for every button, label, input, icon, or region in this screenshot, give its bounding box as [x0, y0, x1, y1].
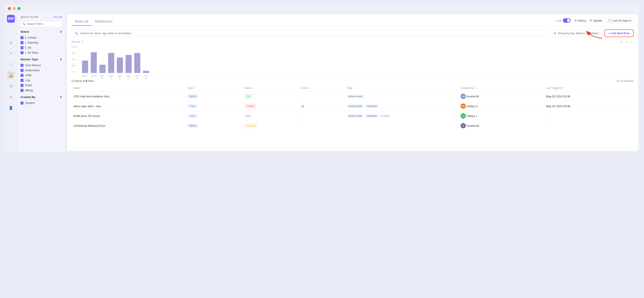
system-checkbox[interactable]: [20, 102, 24, 105]
last30-button[interactable]: 🕐 Last 30 Days ▾: [606, 18, 634, 23]
nav-list[interactable]: ≡: [7, 50, 14, 57]
y-label-75: 75%: [71, 52, 80, 55]
filter-rum[interactable]: RUM: [20, 83, 62, 88]
critical-checkbox[interactable]: [20, 36, 24, 39]
nav-users[interactable]: 👤: [7, 104, 14, 112]
title-bar: [4, 4, 640, 13]
filter-search-icon: 🔍: [22, 23, 26, 26]
nav-home[interactable]: ⌂: [7, 28, 14, 35]
table-row[interactable]: demo apm alert - new Trace Critical 11 s…: [71, 101, 634, 111]
row2-tags: service-main hostmain: [347, 104, 460, 108]
row3-status: NA: [244, 114, 301, 118]
nodata-checkbox[interactable]: [20, 51, 24, 54]
y-label-50: 50%: [71, 58, 80, 61]
status-section-title[interactable]: Status ∨: [20, 30, 62, 33]
update-button[interactable]: ⟳ Update: [590, 19, 602, 22]
billing-checkbox[interactable]: [20, 89, 24, 92]
nav-file[interactable]: ◻: [7, 61, 14, 68]
filter-system[interactable]: System: [20, 100, 62, 105]
monitor-type-section-title[interactable]: Monitor Type ∨: [20, 58, 62, 61]
clear-all-button[interactable]: Clear All: [53, 16, 62, 18]
minimize-button[interactable]: [12, 7, 16, 10]
bar-4: [108, 53, 114, 73]
history-button[interactable]: ↺ History: [574, 19, 586, 22]
table-row[interactable]: CPU load test mwdemo host Metric OK - se…: [71, 92, 634, 101]
bar-6: [126, 55, 132, 73]
warning-dot: [25, 41, 26, 44]
sidebar-icons: MW ⌂ ◎ ≡ ◻ 🔔 ⊞ ⚙ 👤: [4, 13, 18, 152]
rules-label: RULES ⓘ ⤢ ≡ ⋯: [71, 40, 634, 44]
filter-log[interactable]: Log: [20, 78, 62, 83]
live-toggle[interactable]: Live: [556, 18, 571, 23]
total-count: 6: [86, 79, 87, 83]
warning-checkbox[interactable]: [20, 41, 24, 44]
filter-host-metrics[interactable]: Host Metrics: [20, 63, 62, 68]
row1-status: OK: [244, 94, 301, 99]
y-label-0: 0%: [71, 71, 80, 73]
filter-ok[interactable]: Ok: [20, 45, 62, 50]
kubernetes-checkbox[interactable]: [20, 69, 24, 72]
table-row[interactable]: RUM Docs FE Errors Trace NA - service-ma…: [71, 111, 634, 121]
customise-button[interactable]: ⚙ Customise: [616, 79, 634, 83]
group-by-button[interactable]: ⊟ Group by tag, label or annotation: [550, 30, 602, 37]
x-label-5: JAN 28: [116, 75, 123, 80]
nav-bot[interactable]: ⚙: [7, 93, 14, 101]
apm-checkbox[interactable]: [20, 74, 24, 77]
row2-type-badge: Trace: [187, 104, 198, 108]
summary-row: 3 critical of 6 total ⚙ Customise: [71, 79, 634, 83]
table-header: Name Type ⇅ Status ⇅ Count ⇅: [71, 85, 634, 92]
bar-1: [82, 61, 88, 73]
log-checkbox[interactable]: [20, 79, 24, 82]
more-chart-icon[interactable]: ⋯: [630, 40, 634, 44]
created-by-section-title[interactable]: Created By ∨: [20, 95, 62, 99]
app-window: MW ⌂ ◎ ≡ ◻ 🔔 ⊞ ⚙ 👤 QUICK FILTER Clear Al…: [4, 4, 640, 152]
row3-avatar: AJ: [460, 113, 466, 119]
table-row[interactable]: Clickhouse Memory Error Metric Warning -…: [71, 121, 634, 131]
nav-grid[interactable]: ⊞: [7, 82, 14, 90]
row2-count: 11: [301, 105, 347, 108]
row2-name: demo apm alert - new: [74, 105, 187, 108]
search-main-input[interactable]: [80, 32, 545, 35]
app-logo[interactable]: MW: [7, 15, 15, 23]
ok-checkbox[interactable]: [20, 46, 24, 49]
col-status-header[interactable]: Status ⇅: [244, 87, 301, 90]
x-label-6: JAN 28: [125, 75, 132, 80]
filter-kubernetes[interactable]: Kubernetes: [20, 68, 62, 73]
maximize-button[interactable]: [18, 7, 20, 10]
filter-warning[interactable]: Warning: [20, 40, 62, 45]
filter-critical[interactable]: Critical: [20, 35, 62, 40]
row2-created-by: AS Aditya S.: [460, 104, 546, 109]
filter-search-input[interactable]: [27, 23, 60, 26]
tab-maintenance[interactable]: Maintenance: [92, 18, 116, 26]
live-toggle-switch[interactable]: [563, 18, 571, 23]
close-button[interactable]: [8, 7, 11, 10]
nav-alerts[interactable]: 🔔: [7, 72, 14, 79]
col-tags-header[interactable]: Tags ⇅: [347, 87, 460, 90]
nodata-dot: [25, 51, 26, 54]
host-metrics-checkbox[interactable]: [20, 64, 24, 67]
filter-apm[interactable]: APM: [20, 73, 62, 78]
tab-rules-list[interactable]: Rules List: [71, 18, 92, 26]
search-group-row: 🔍 ⊟ Group by tag, label or annotation: [71, 30, 634, 37]
col-created-by-header[interactable]: Created by ⇅: [460, 87, 546, 90]
row4-type-badge: Metric: [187, 124, 198, 128]
nav-metrics[interactable]: ◎: [7, 39, 14, 46]
ok-dot: [25, 46, 26, 49]
bar-2: [91, 52, 97, 73]
x-axis: JAN 1 JAN 8 JAN 15 JAN 21 JAN 28 JAN 28 …: [71, 75, 634, 80]
filter-search-wrap[interactable]: 🔍: [20, 21, 62, 27]
rum-checkbox[interactable]: [20, 84, 24, 87]
row3-type: Trace: [187, 114, 244, 118]
add-new-rule-button[interactable]: + Add New Rule: [604, 30, 634, 37]
filter-billing[interactable]: Billing: [20, 88, 62, 93]
tabs: Rules List Maintenance: [71, 18, 116, 26]
col-count-header[interactable]: Count ⇅: [301, 87, 347, 90]
expand-chart-icon[interactable]: ⤢: [620, 40, 623, 44]
search-main-wrap[interactable]: 🔍: [71, 30, 548, 37]
col-type-header[interactable]: Type ⇅: [187, 87, 244, 90]
count-sort-icon: ⇅: [309, 87, 311, 89]
filter-chart-icon[interactable]: ≡: [626, 40, 628, 44]
filter-nodata[interactable]: No Data: [20, 50, 62, 55]
row2-last-triggered: May 02 2024 03:36: [546, 105, 632, 108]
bar-col-8: [143, 71, 149, 73]
